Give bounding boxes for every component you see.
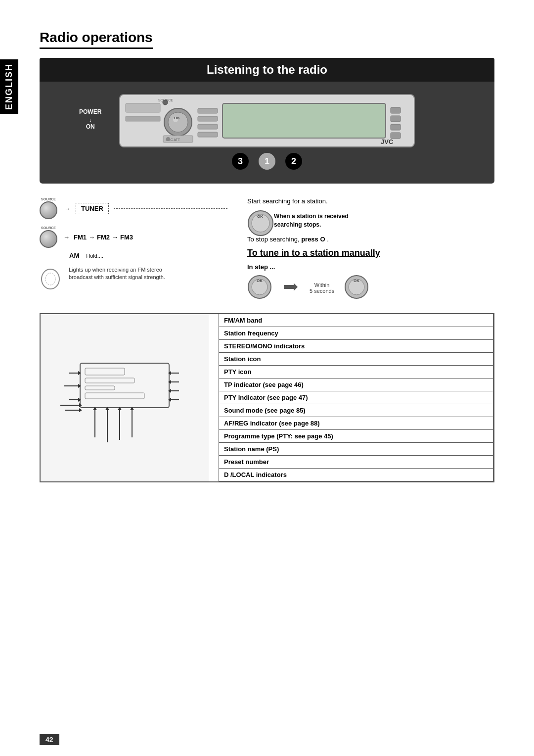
table-row: FM/AM band [219, 314, 493, 327]
instruction-area: SOURCE → TUNER SOURCE → [40, 197, 494, 301]
am-hold-row: AM Hold.... [69, 252, 227, 259]
svg-text:JVC: JVC [381, 138, 394, 145]
svg-rect-10 [198, 116, 218, 121]
device-illustration: OK SOURCE JVC [119, 94, 415, 148]
tuner-row: SOURCE → TUNER [40, 197, 227, 219]
device-section: Listening to the radio POWER ↓ ON [40, 58, 494, 184]
table-row: PTY icon [219, 366, 493, 378]
display-section: FM/AM bandStation frequencySTEREO/MONO i… [40, 313, 494, 482]
tune-knob-2: OK [344, 275, 369, 301]
page-title: Radio operations [40, 30, 153, 49]
svg-rect-9 [198, 108, 218, 113]
display-info-table: FM/AM bandStation frequencySTEREO/MONO i… [219, 314, 493, 481]
svg-rect-13 [222, 103, 386, 138]
step-circles: 3 1 2 [119, 153, 415, 170]
svg-marker-30 [284, 283, 298, 291]
tuner-label: TUNER [76, 203, 109, 214]
table-row: D /LOCAL indicators [219, 469, 493, 481]
svg-marker-62 [79, 408, 82, 412]
display-diagram-svg [50, 338, 199, 457]
svg-rect-36 [85, 378, 134, 383]
table-row: Preset number [219, 456, 493, 469]
source-knob-2 [40, 230, 57, 248]
within-seconds: Within 5 seconds [310, 282, 334, 294]
page-container: ENGLISH Radio operations Listening to th… [0, 0, 534, 756]
display-diagram [41, 314, 209, 481]
in-step-label: In step ... [247, 263, 494, 271]
power-label: POWER [79, 108, 101, 116]
fm-sequence: FM1 → FM2 → FM3 [74, 234, 133, 241]
svg-text:OK: OK [257, 214, 263, 219]
stereo-indicator-icon [40, 268, 62, 298]
am-label: AM [69, 252, 79, 259]
tune-steps-row: OK Within 5 seconds [247, 275, 494, 301]
svg-point-8 [163, 100, 168, 105]
svg-point-21 [166, 137, 170, 141]
table-row: Station frequency [219, 327, 493, 340]
stereo-caption: Lights up when receiving an FM stereo br… [69, 266, 178, 282]
svg-rect-14 [391, 107, 400, 113]
device-image-area: POWER ↓ ON OK [40, 89, 494, 175]
section-title: Listening to the radio [40, 58, 494, 82]
svg-rect-37 [85, 386, 115, 390]
manual-tune-section: To tune in to a station manually In step… [247, 248, 494, 301]
svg-rect-11 [198, 124, 218, 129]
fm-am-row: SOURCE → FM1 → FM2 → FM3 [40, 226, 227, 248]
stereo-indicator-row: Lights up when receiving an FM stereo br… [40, 266, 227, 300]
step-circle-1: 1 [259, 153, 275, 170]
svg-text:OK: OK [174, 116, 180, 120]
manual-tune-title: To tune in to a station manually [247, 248, 494, 258]
svg-point-22 [42, 269, 59, 289]
when-station-text: When a station is received searching sto… [274, 212, 363, 229]
source-knob-1 [40, 201, 57, 219]
page-number: 42 [40, 734, 59, 745]
svg-text:OK: OK [354, 279, 359, 283]
on-label: ON [79, 123, 101, 131]
step-circle-3: 3 [232, 153, 249, 170]
tune-knob-1: OK [247, 275, 272, 301]
svg-point-4 [168, 112, 188, 132]
svg-point-23 [45, 273, 55, 285]
hold-label: Hold.... [86, 253, 103, 259]
svg-rect-15 [391, 116, 400, 122]
searching-start: Start searching for a station. [247, 197, 494, 205]
table-row: TP indicator (see page 46) [219, 378, 493, 391]
table-row: STEREO/MONO indicators [219, 340, 493, 353]
svg-text:OK: OK [257, 279, 263, 283]
stop-searching-text: To stop searching, press O . [247, 236, 494, 243]
svg-rect-35 [85, 368, 125, 375]
table-row: Station name (PS) [219, 443, 493, 456]
table-row: PTY indicator (see page 47) [219, 391, 493, 404]
table-row: AF/REG indicator (see page 88) [219, 417, 493, 430]
svg-rect-2 [126, 116, 160, 121]
language-tab: ENGLISH [0, 59, 18, 114]
svg-rect-16 [391, 124, 400, 130]
ok-knob-area: OK When a station is received searching … [247, 210, 494, 232]
svg-rect-12 [198, 132, 218, 137]
instruction-right: Start searching for a station. OK When a… [247, 197, 494, 301]
instruction-left: SOURCE → TUNER SOURCE → [40, 197, 227, 301]
table-row: Sound mode (see page 85) [219, 404, 493, 417]
svg-rect-38 [85, 393, 144, 399]
tune-arrow [282, 278, 300, 298]
step-circle-2: 2 [285, 153, 302, 170]
display-table: FM/AM bandStation frequencySTEREO/MONO i… [219, 314, 493, 481]
ok-knob: OK [247, 210, 269, 232]
svg-rect-1 [126, 103, 160, 112]
table-row: Station icon [219, 353, 493, 366]
table-row: Programme type (PTY: see page 45) [219, 430, 493, 443]
